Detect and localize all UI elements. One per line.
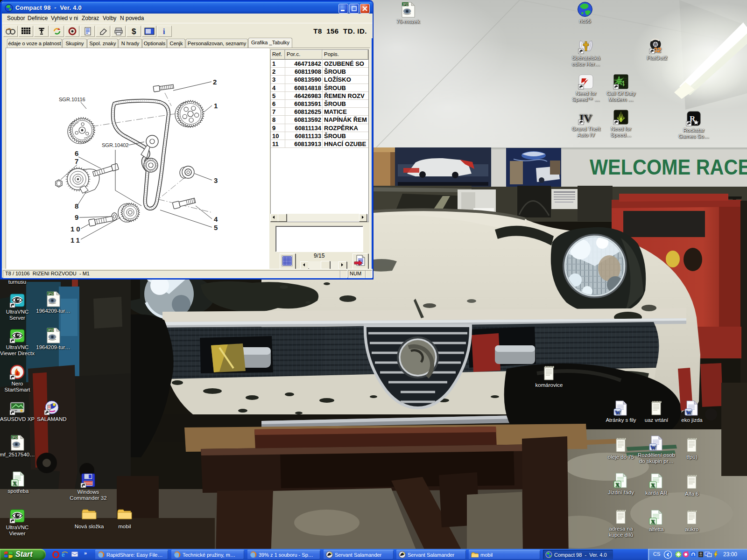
svg-text:6: 6 bbox=[75, 149, 78, 157]
svg-text:X: X bbox=[651, 518, 655, 525]
svg-text:1: 1 bbox=[214, 102, 218, 110]
svg-text:X: X bbox=[651, 482, 655, 489]
svg-text:i: i bbox=[163, 28, 165, 35]
svg-text:X: X bbox=[13, 480, 17, 487]
svg-text:JPG: JPG bbox=[12, 436, 18, 439]
svg-text:8: 8 bbox=[75, 202, 78, 210]
svg-text:9: 9 bbox=[75, 213, 78, 221]
svg-text:5: 5 bbox=[214, 224, 218, 231]
svg-text:4: 4 bbox=[214, 215, 218, 223]
svg-text:X: X bbox=[615, 482, 620, 488]
svg-text:JPG: JPG bbox=[48, 329, 54, 332]
svg-text:JPG: JPG bbox=[48, 292, 54, 295]
svg-text:$: $ bbox=[132, 27, 136, 35]
svg-text:W: W bbox=[650, 444, 656, 451]
svg-text:W: W bbox=[686, 409, 691, 416]
svg-text:11: 11 bbox=[70, 236, 82, 244]
svg-text:JPG: JPG bbox=[402, 3, 409, 6]
svg-text:2: 2 bbox=[213, 78, 217, 86]
svg-text:W: W bbox=[615, 409, 620, 416]
svg-text:WELCOME RACE: WELCOME RACE bbox=[590, 155, 747, 179]
svg-text:4: 4 bbox=[620, 79, 625, 88]
svg-text:SGR.10116: SGR.10116 bbox=[59, 97, 85, 102]
svg-text:SGR.10402: SGR.10402 bbox=[102, 142, 128, 148]
svg-text:10: 10 bbox=[70, 225, 82, 233]
svg-text:3: 3 bbox=[214, 176, 218, 184]
svg-text:7: 7 bbox=[75, 157, 78, 165]
